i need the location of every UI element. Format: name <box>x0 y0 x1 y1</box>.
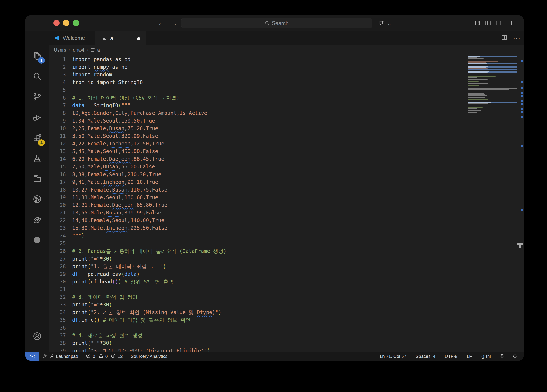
line-number[interactable]: 29 <box>49 270 66 278</box>
line-number[interactable]: 17 <box>49 178 66 186</box>
hexagon-extension-icon[interactable] <box>31 234 43 246</box>
chevron-down-icon[interactable]: ⌄ <box>387 21 391 27</box>
split-editor-icon[interactable] <box>501 34 507 42</box>
toggle-panel-icon[interactable] <box>495 20 502 27</box>
line-number[interactable]: 20 <box>49 201 66 209</box>
line-number[interactable]: 24 <box>49 232 66 240</box>
encoding-item[interactable]: UTF-8 <box>445 354 458 359</box>
line-number[interactable]: 37 <box>49 332 66 339</box>
code-editor[interactable]: 1234567891011121314151617181920212223242… <box>49 55 524 352</box>
code-line[interactable]: 8,38,Female,Seoul,210.30,True <box>72 171 161 178</box>
close-window-button[interactable] <box>53 20 60 26</box>
code-line[interactable]: print("1. 원본 데이터프레임 로드") <box>72 263 166 270</box>
line-number[interactable]: 21 <box>49 209 66 217</box>
code-line[interactable]: df = pd.read_csv(data) <box>72 270 140 278</box>
line-number[interactable]: 3 <box>49 71 66 79</box>
code-line[interactable]: import random <box>72 71 112 79</box>
code-line[interactable]: import pandas as pd <box>72 56 130 63</box>
navigate-forward-icon[interactable]: → <box>169 17 178 28</box>
code-line[interactable]: data = StringIO(""" <box>72 102 130 109</box>
code-line[interactable]: 4,22,Female,Incheon,12.50,True <box>72 140 164 148</box>
remote-indicator[interactable]: >< <box>26 352 39 361</box>
line-number[interactable]: 12 <box>49 140 66 148</box>
cursor-position-item[interactable]: Ln 71, Col 57 <box>380 354 406 359</box>
command-center-search[interactable]: Search <box>181 18 372 28</box>
code-line[interactable]: from io import StringIO <box>72 79 143 86</box>
line-number[interactable]: 28 <box>49 263 66 270</box>
modified-dot-icon[interactable] <box>137 37 140 40</box>
line-number[interactable]: 36 <box>49 324 66 332</box>
code-line[interactable]: 9,41,Male,Incheon,90.10,True <box>72 178 158 186</box>
line-number[interactable]: 22 <box>49 217 66 224</box>
copilot-chat-icon[interactable] <box>379 20 385 27</box>
line-number[interactable]: 14 <box>49 155 66 163</box>
code-line[interactable]: print("="*30) <box>72 255 112 263</box>
code-line[interactable]: 12,21,Female,Daejeon,65.80,True <box>72 201 167 209</box>
code-line[interactable]: 3,50,Male,Seoul,320.99,False <box>72 132 158 140</box>
line-number[interactable]: 16 <box>49 171 66 178</box>
maximize-window-button[interactable] <box>73 20 79 26</box>
line-number[interactable]: 4 <box>49 79 66 86</box>
source-control-icon[interactable] <box>31 91 43 103</box>
extensions-icon[interactable]: ⚠ <box>31 132 43 144</box>
tab-welcome[interactable]: Welcome <box>49 31 95 45</box>
code-line[interactable]: 2,25,Female,Busan,75.20,True <box>72 125 158 132</box>
tab-file-a[interactable]: a <box>95 31 146 45</box>
minimap[interactable] <box>468 55 518 352</box>
breadcrumb-root[interactable]: Users <box>54 47 66 53</box>
code-line[interactable]: 11,33,Male,Seoul,180.60,True <box>72 194 158 201</box>
code-line[interactable]: """) <box>72 232 84 240</box>
code-line[interactable]: print("2. 기본 정보 확인 (Missing Value 및 Dtyp… <box>72 309 221 316</box>
line-number[interactable]: 11 <box>49 132 66 140</box>
indentation-item[interactable]: Spaces: 4 <box>416 354 435 359</box>
language-mode-item[interactable]: {} Ini <box>481 354 491 359</box>
line-number[interactable]: 27 <box>49 255 66 263</box>
breadcrumb-file[interactable]: a <box>97 47 100 53</box>
sourcery-analytics-item[interactable]: Sourcery Analytics <box>131 354 168 359</box>
code-line[interactable]: 15,30,Male,Incheon,225.50,False <box>72 224 167 232</box>
code-line[interactable]: ID,Age,Gender,City,Purchase_Amount,Is_Ac… <box>72 109 207 117</box>
code-line[interactable]: # 4. 새로운 파생 변수 생성 <box>72 332 143 339</box>
line-number[interactable]: 6 <box>49 94 66 102</box>
code-line[interactable]: # 1. 가상 데이터 생성 (CSV 형식 문자열) <box>72 94 179 102</box>
line-number[interactable]: 31 <box>49 286 66 293</box>
problems-item[interactable]: 0 0 12 <box>86 353 123 359</box>
code-line[interactable]: 5,45,Male,Seoul,450.00,False <box>72 148 158 155</box>
code-line[interactable]: print("="*30) <box>72 301 112 309</box>
line-number[interactable]: 9 <box>49 117 66 125</box>
code-line[interactable]: import numpy as np <box>72 63 127 71</box>
code-line[interactable]: 14,48,Female,Seoul,140.00,True <box>72 217 164 224</box>
code-line[interactable]: 1,34,Male,Seoul,150.50,True <box>72 117 155 125</box>
line-number[interactable]: 18 <box>49 186 66 194</box>
line-number[interactable]: 32 <box>49 293 66 301</box>
breadcrumb-dir[interactable]: dnavi <box>73 47 84 53</box>
line-number[interactable]: 35 <box>49 316 66 324</box>
minimize-window-button[interactable] <box>63 20 69 26</box>
notifications-bell-icon[interactable] <box>512 353 518 360</box>
code-line[interactable]: df.info() # 데이터 타입 및 결측치 정보 확인 <box>72 316 191 324</box>
line-number[interactable]: 39 <box>49 347 66 352</box>
copilot-status-icon[interactable] <box>499 353 505 360</box>
code-line[interactable]: 10,27,Female,Busan,110.75,False <box>72 186 167 194</box>
line-number[interactable]: 30 <box>49 278 66 286</box>
line-number[interactable]: 2 <box>49 63 66 71</box>
line-number[interactable]: 25 <box>49 240 66 247</box>
line-number[interactable]: 33 <box>49 301 66 309</box>
sourcery-icon[interactable] <box>31 214 43 226</box>
line-number[interactable]: 10 <box>49 125 66 132</box>
code-line[interactable]: 13,55,Male,Busan,399.99,False <box>72 209 161 217</box>
eol-item[interactable]: LF <box>467 354 472 359</box>
line-number[interactable]: 13 <box>49 148 66 155</box>
line-number[interactable]: 23 <box>49 224 66 232</box>
line-number[interactable]: 1 <box>49 56 66 63</box>
code-line[interactable]: print("="*30) <box>72 339 112 347</box>
line-number[interactable]: 7 <box>49 102 66 109</box>
code-line[interactable]: # 3. 데이터 탐색 및 정리 <box>72 293 138 301</box>
line-number[interactable]: 8 <box>49 109 66 117</box>
line-number[interactable]: 15 <box>49 163 66 171</box>
run-debug-icon[interactable] <box>31 111 43 123</box>
project-folder-icon[interactable] <box>31 173 43 185</box>
launchpad-item[interactable]: Launchpad <box>42 353 78 360</box>
code-line[interactable]: 6,29,Female,Daejeon,88.45,True <box>72 155 164 163</box>
line-number[interactable]: 26 <box>49 248 66 255</box>
